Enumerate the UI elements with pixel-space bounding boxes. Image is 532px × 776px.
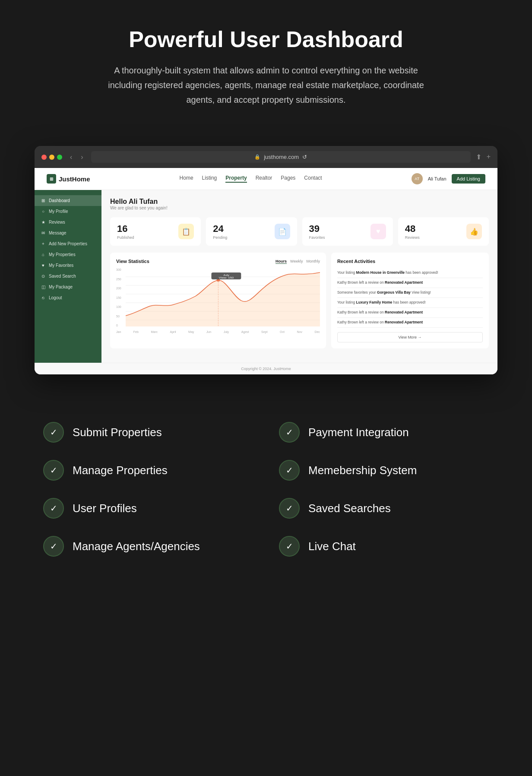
check-circle-membership: ✓ xyxy=(279,460,300,481)
site-nav-right: AT Ali Tufan Add Listing xyxy=(412,173,485,184)
bottom-row: View Statistics Hours Weekly Monthly 300… xyxy=(110,253,489,348)
add-properties-icon: + xyxy=(41,241,46,246)
share-icon[interactable]: ⬆ xyxy=(476,153,481,161)
sidebar-item-favorites[interactable]: ♥ My Favorites xyxy=(35,260,101,271)
feature-label-profiles: User Profiles xyxy=(73,502,137,515)
activity-item: Your listing Luxury Family Home has been… xyxy=(337,298,483,308)
sidebar-label-message: Message xyxy=(49,231,66,235)
chart-svg: July View: 150 xyxy=(126,268,320,329)
stat-pending: 24 Pending 📄 xyxy=(206,217,297,246)
stat-pending-icon: 📄 xyxy=(275,224,290,239)
feature-live-chat: ✓ Live Chat xyxy=(279,536,489,557)
new-tab-icon[interactable]: + xyxy=(487,153,491,161)
sidebar-label-dashboard: Dashboard xyxy=(49,198,70,203)
sidebar-item-dashboard[interactable]: ⊞ Dashboard xyxy=(35,195,101,206)
nav-contact[interactable]: Contact xyxy=(304,175,322,183)
feature-submit-properties: ✓ Submit Properties xyxy=(43,422,253,443)
site-footer: Copyright © 2024. JustHome xyxy=(35,363,497,374)
chart-section: View Statistics Hours Weekly Monthly 300… xyxy=(110,253,326,348)
dashboard-layout: ⊞ Dashboard ○ My Profile ★ Reviews ✉ Mes… xyxy=(35,190,497,363)
browser-navigation: ‹ › xyxy=(67,152,86,162)
welcome-subtitle: We are glad to see you again! xyxy=(110,206,489,210)
svg-text:View: 150: View: 150 xyxy=(219,276,234,279)
refresh-icon[interactable]: ↺ xyxy=(302,154,307,160)
stat-published: 16 Published 📋 xyxy=(110,217,201,246)
user-avatar: AT xyxy=(412,173,423,184)
chart-tabs: Hours Weekly Monthly xyxy=(276,259,320,264)
favorites-icon: ♥ xyxy=(41,263,46,268)
nav-realtor[interactable]: Realtor xyxy=(256,175,272,183)
sidebar-item-saved-search[interactable]: ⊙ Saved Search xyxy=(35,271,101,282)
activity-item: Someone favorites your Gorgeous Villa Ba… xyxy=(337,288,483,298)
check-circle-submit: ✓ xyxy=(43,422,64,443)
chart-area: 300250200150100500 xyxy=(116,268,320,329)
activities-title: Recent Activities xyxy=(337,259,483,264)
stat-reviews-icon: 👍 xyxy=(466,224,482,239)
minimize-dot[interactable] xyxy=(49,155,54,160)
chart-tab-hours[interactable]: Hours xyxy=(276,259,287,264)
dashboard-icon: ⊞ xyxy=(41,198,46,203)
chart-tab-monthly[interactable]: Monthly xyxy=(306,259,320,264)
welcome-section: Hello Ali Tufan We are glad to see you a… xyxy=(110,198,489,210)
sidebar-item-logout[interactable]: ⎋ Logout xyxy=(35,292,101,303)
feature-saved-searches: ✓ Saved Searches xyxy=(279,498,489,519)
nav-home[interactable]: Home xyxy=(180,175,193,183)
stat-reviews-label: Reviews xyxy=(405,235,420,240)
feature-label-saved: Saved Searches xyxy=(308,502,391,515)
address-bar[interactable]: 🔒 justhome.com ↺ xyxy=(91,151,471,163)
chart-month-labels: JanFebMarcAprilMayJunJulyAgestSeptOctNov… xyxy=(116,330,320,333)
chart-tab-weekly[interactable]: Weekly xyxy=(290,259,303,264)
sidebar-item-reviews[interactable]: ★ Reviews xyxy=(35,217,101,228)
sidebar-item-profile[interactable]: ○ My Profile xyxy=(35,206,101,217)
url-text: justhome.com xyxy=(264,154,299,160)
stat-pending-number: 24 xyxy=(213,223,227,234)
add-listing-button[interactable]: Add Listing xyxy=(452,174,485,184)
logo-icon: ⊞ xyxy=(47,174,56,184)
stats-row: 16 Published 📋 24 Pending 📄 xyxy=(110,217,489,246)
feature-label-submit: Submit Properties xyxy=(73,426,162,439)
check-circle-manage: ✓ xyxy=(43,460,64,481)
stat-published-number: 16 xyxy=(117,223,134,234)
sidebar-label-saved-search: Saved Search xyxy=(49,274,76,279)
logo-text: JustHome xyxy=(59,175,90,183)
checkmark-icon: ✓ xyxy=(286,541,293,551)
hero-title: Powerful User Dashboard xyxy=(52,26,480,53)
check-circle-chat: ✓ xyxy=(279,536,300,557)
stat-reviews-number: 48 xyxy=(405,223,420,234)
feature-user-profiles: ✓ User Profiles xyxy=(43,498,253,519)
logout-icon: ⎋ xyxy=(41,295,46,300)
activity-item: Kathy Brown left a review on Renovated A… xyxy=(337,318,483,328)
browser-actions: ⬆ + xyxy=(476,153,491,161)
maximize-dot[interactable] xyxy=(57,155,62,160)
stat-favorites-icon: ♥ xyxy=(370,224,386,239)
saved-search-icon: ⊙ xyxy=(41,274,46,279)
stat-published-icon: 📋 xyxy=(178,224,194,239)
sidebar-item-add-properties[interactable]: + Add New Properties xyxy=(35,238,101,249)
nav-listing[interactable]: Listing xyxy=(202,175,217,183)
view-more-button[interactable]: View More → xyxy=(337,332,483,342)
close-dot[interactable] xyxy=(41,155,47,160)
sidebar-item-message[interactable]: ✉ Message xyxy=(35,228,101,238)
site-navbar: ⊞ JustHome Home Listing Property Realtor… xyxy=(35,168,497,190)
browser-chrome: ‹ › 🔒 justhome.com ↺ ⬆ + xyxy=(35,146,497,168)
nav-property[interactable]: Property xyxy=(225,175,247,183)
checkmark-icon: ✓ xyxy=(50,503,57,513)
lock-icon: 🔒 xyxy=(254,154,260,160)
forward-button[interactable]: › xyxy=(78,152,86,162)
check-circle-agents: ✓ xyxy=(43,536,64,557)
check-circle-profiles: ✓ xyxy=(43,498,64,519)
sidebar-item-package[interactable]: ◫ My Package xyxy=(35,282,101,292)
stat-reviews: 48 Reviews 👍 xyxy=(398,217,489,246)
sidebar-item-my-properties[interactable]: ⌂ My Properties xyxy=(35,249,101,260)
feature-manage-properties: ✓ Manage Properties xyxy=(43,460,253,481)
nav-pages[interactable]: Pages xyxy=(281,175,295,183)
checkmark-icon: ✓ xyxy=(50,465,57,475)
stat-published-label: Published xyxy=(117,235,134,240)
feature-label-agents: Manage Agents/Agencies xyxy=(73,540,200,553)
checkmark-icon: ✓ xyxy=(50,427,57,437)
back-button[interactable]: ‹ xyxy=(67,152,75,162)
feature-membership: ✓ Memebership System xyxy=(279,460,489,481)
features-section: ✓ Submit Properties ✓ Payment Integratio… xyxy=(0,396,532,583)
site-logo: ⊞ JustHome xyxy=(47,174,90,184)
activity-item: Your listing Modern House in Greenville … xyxy=(337,268,483,278)
